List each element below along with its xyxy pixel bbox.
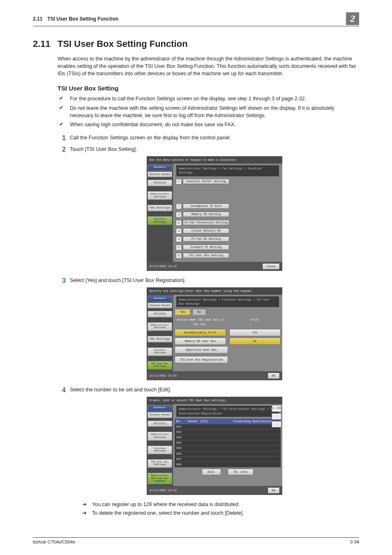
close-button[interactable]: Close bbox=[262, 263, 280, 270]
step-text: Touch [TSI User Box Setting]. bbox=[70, 146, 137, 152]
nav-arrow-icon: ↓ bbox=[148, 357, 172, 360]
function-settings-button[interactable]: Function Settings bbox=[148, 446, 172, 454]
note-item: You can register up to 128 where the rec… bbox=[82, 501, 359, 508]
running-head-title: TSI User Box Setting Function bbox=[47, 16, 118, 22]
nav-arrow-icon: ↓ bbox=[148, 187, 172, 190]
option-button[interactable]: Function ON/OFF Setting bbox=[183, 179, 229, 185]
tsi-settings-button[interactable]: TSI User Box Settings bbox=[148, 459, 172, 468]
display-keypad-button[interactable]: Display Keypad bbox=[148, 303, 172, 309]
option-number: 1 bbox=[176, 179, 182, 185]
step: 1 Call the Function Settings screen on t… bbox=[58, 134, 359, 141]
ok-button[interactable]: OK bbox=[267, 487, 280, 494]
step-number: 1 bbox=[58, 133, 66, 143]
table-row[interactable]: 003 bbox=[175, 435, 281, 440]
check-item: For the procedure to call the Function S… bbox=[58, 95, 359, 102]
tsi-settings-button[interactable]: TSI User Box Settings bbox=[148, 361, 172, 370]
nav-arrow-icon: ↓ bbox=[148, 428, 172, 431]
option-number: 3 bbox=[176, 212, 182, 217]
utility-button[interactable]: Utility bbox=[148, 311, 172, 317]
step: 3 Select [Yes] and touch [TSI User Box R… bbox=[58, 277, 359, 381]
table-row[interactable]: 002 bbox=[175, 430, 281, 435]
function-settings-button[interactable]: Function Settings bbox=[148, 216, 172, 225]
step-text: Select the number to be set and touch [E… bbox=[70, 387, 171, 393]
scroll-down-button[interactable]: ↓ bbox=[272, 421, 281, 428]
breadcrumb: Administrator Settings > TSI Distributio… bbox=[176, 406, 279, 416]
option-number: 7 bbox=[176, 204, 182, 209]
touchpanel-tsi-settings: Specify the settings.Enter User Box numb… bbox=[147, 287, 282, 380]
bookmark-button[interactable]: Bookmark bbox=[148, 405, 172, 411]
table-row[interactable]: 008 bbox=[175, 462, 281, 467]
check-item: Do not leave the machine with the settin… bbox=[58, 104, 359, 119]
registration-button[interactable]: Registration TSI User Box Location bbox=[148, 473, 172, 484]
page-indicator: 1 /16 bbox=[272, 405, 281, 412]
tab-yes[interactable]: Yes bbox=[175, 309, 191, 315]
admin-settings-button[interactable]: Administrator Settings bbox=[148, 322, 172, 331]
option-button[interactable]: Incomplete TX Hold bbox=[183, 204, 229, 209]
bookmark-button[interactable]: Bookmark bbox=[148, 296, 172, 302]
specified-box-button[interactable]: Specified User Box bbox=[175, 346, 228, 354]
tsi-registration-button[interactable]: TSI User Box Registration bbox=[175, 356, 228, 363]
touchpanel-tsi-registration: Create, edit or delete TSI User Box sett… bbox=[147, 397, 282, 495]
admin-settings-button[interactable]: Administrator Settings bbox=[148, 432, 172, 440]
table-row[interactable]: 006 bbox=[175, 451, 281, 457]
nav-arrow-icon: ↓ bbox=[148, 469, 172, 472]
option-number: 4 bbox=[176, 228, 182, 234]
note-list: You can register up to 128 where the rec… bbox=[82, 501, 359, 517]
table-row[interactable]: 004 bbox=[175, 440, 281, 446]
function-settings-button[interactable]: Function Settings bbox=[148, 347, 172, 356]
option-button[interactable]: Forward TX Setting bbox=[183, 245, 229, 250]
nav-arrow-icon: ↓ bbox=[148, 442, 172, 445]
display-keypad-button[interactable]: Display Keypad bbox=[148, 171, 172, 178]
delete-button[interactable]: De- lete bbox=[228, 469, 254, 475]
table-row[interactable]: 001 bbox=[175, 424, 281, 430]
option-button[interactable]: PC-Fax RX Setting bbox=[183, 236, 229, 242]
panel-instruction: Specify the settings.Enter User Box numb… bbox=[147, 287, 282, 295]
section-heading: 2.11TSI User Box Setting Function bbox=[33, 39, 359, 49]
admin-settings-button[interactable]: Administrator Settings bbox=[148, 191, 172, 200]
utility-button[interactable]: Utility bbox=[148, 421, 172, 427]
table-row[interactable]: 005 bbox=[175, 446, 281, 451]
nav-arrow-icon: ↓ bbox=[148, 332, 172, 335]
fax-settings-button[interactable]: Fax Settings bbox=[148, 336, 172, 342]
bookmark-button[interactable]: Bookmark bbox=[148, 164, 172, 171]
option-button[interactable]: Memory RX Setting bbox=[183, 212, 229, 217]
scroll-up-button[interactable]: ↑ bbox=[272, 413, 281, 420]
print-no-button[interactable]: No bbox=[229, 338, 281, 345]
display-keypad-button[interactable]: Display Keypad bbox=[148, 412, 172, 418]
auto-print-button[interactable]: Automatically Print bbox=[175, 329, 226, 336]
option-button[interactable]: Closed Network RX bbox=[183, 228, 229, 234]
panel-datetime: 12/11/2012 12:42 bbox=[149, 488, 177, 493]
panel-datetime: 12/11/2012 12:42 bbox=[149, 264, 177, 268]
tab-no[interactable]: No bbox=[192, 309, 206, 315]
table-row[interactable]: 007 bbox=[175, 457, 281, 462]
running-head-no: 2.11 bbox=[33, 16, 42, 22]
memory-rx-button[interactable]: Memory RX User Box bbox=[175, 338, 226, 345]
ok-button[interactable]: OK bbox=[267, 372, 280, 379]
step: 2 Touch [TSI User Box Setting]. Use the … bbox=[58, 146, 359, 271]
step-number: 4 bbox=[58, 385, 66, 395]
option-number: 8 bbox=[176, 220, 182, 226]
fax-settings-button[interactable]: Fax Settings bbox=[148, 205, 172, 211]
note-item: To delete the registered one, select the… bbox=[82, 509, 359, 517]
footer-page: 2-34 bbox=[350, 539, 359, 544]
option-number: 0 bbox=[176, 253, 182, 259]
running-head-badge: 2 bbox=[346, 12, 359, 25]
nav-arrow-icon: ↓ bbox=[148, 343, 172, 347]
step-text: Select [Yes] and touch [TSI User Box Reg… bbox=[70, 278, 186, 283]
col-title-print: Print bbox=[229, 317, 281, 327]
footer-model: bizhub C754e/C654e bbox=[33, 539, 75, 544]
edit-button[interactable]: Edit bbox=[202, 469, 221, 475]
running-head: 2.11 TSI User Box Setting Function 2 bbox=[33, 12, 359, 26]
col-title-action: Action when TSI User Box is not set. bbox=[175, 317, 226, 327]
nav-arrow-icon: ↓ bbox=[148, 212, 172, 215]
utility-button[interactable]: Utility bbox=[148, 180, 172, 186]
breadcrumb: Administrator Settings > Function Settin… bbox=[176, 296, 279, 307]
step-list: 1 Call the Function Settings screen on t… bbox=[58, 134, 359, 517]
panel-instruction: Create, edit or delete TSI User Box sett… bbox=[147, 397, 282, 404]
breadcrumb: Administrator Settings > Fax Settings > … bbox=[176, 165, 279, 176]
print-yes-button[interactable]: Yes bbox=[229, 329, 281, 336]
touchpanel-function-settings: Use the menu buttons or keypad to make a… bbox=[147, 156, 282, 271]
tsi-user-box-setting-button[interactable]: TSI User Box Setting bbox=[183, 253, 229, 259]
nav-arrow-icon: ↓ bbox=[148, 318, 172, 321]
option-button[interactable]: PC-Fax Permission Setting bbox=[183, 220, 229, 226]
